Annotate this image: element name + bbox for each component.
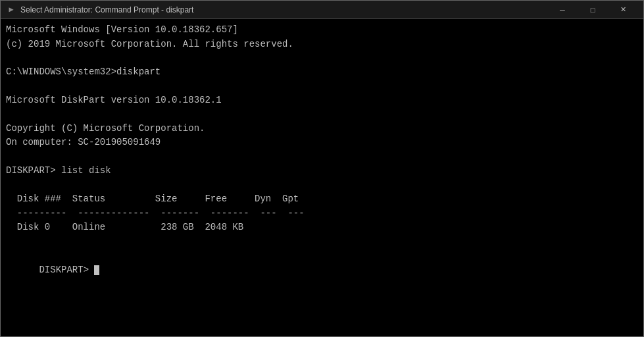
line-2: (c) 2019 Microsoft Corporation. All righ… <box>6 38 638 52</box>
line-7 <box>6 108 638 122</box>
table-separator: --------- ------------- ------- ------- … <box>6 207 638 221</box>
window-icon: ▶ <box>6 5 16 15</box>
table-row: Disk 0 Online 238 GB 2048 KB <box>6 220 638 235</box>
line-10 <box>6 150 638 164</box>
line-12 <box>6 178 638 192</box>
titlebar-buttons: ─ □ ✕ <box>547 1 638 19</box>
line-11: DISKPART> list disk <box>6 164 638 178</box>
line-6: Microsoft DiskPart version 10.0.18362.1 <box>6 93 638 108</box>
maximize-button[interactable]: □ <box>578 1 608 19</box>
minimize-button[interactable]: ─ <box>547 1 578 19</box>
line-13 <box>6 235 638 249</box>
cursor <box>94 265 99 275</box>
titlebar: ▶ Select Administrator: Command Prompt -… <box>1 1 643 19</box>
prompt-text: DISKPART> <box>39 265 94 275</box>
line-3 <box>6 51 638 65</box>
titlebar-title: Select Administrator: Command Prompt - d… <box>20 5 547 14</box>
line-4: C:\WINDOWS\system32>diskpart <box>6 65 638 80</box>
line-5 <box>6 80 638 93</box>
terminal-content[interactable]: Microsoft Windows [Version 10.0.18362.65… <box>1 19 643 336</box>
terminal-window: ▶ Select Administrator: Command Prompt -… <box>0 0 644 337</box>
close-button[interactable]: ✕ <box>608 1 638 19</box>
table-header: Disk ### Status Size Free Dyn Gpt <box>6 192 638 207</box>
line-8: Copyright (C) Microsoft Corporation. <box>6 122 638 136</box>
prompt-line[interactable]: DISKPART> <box>6 249 638 292</box>
line-9: On computer: SC-201905091649 <box>6 136 638 150</box>
line-1: Microsoft Windows [Version 10.0.18362.65… <box>6 23 638 38</box>
